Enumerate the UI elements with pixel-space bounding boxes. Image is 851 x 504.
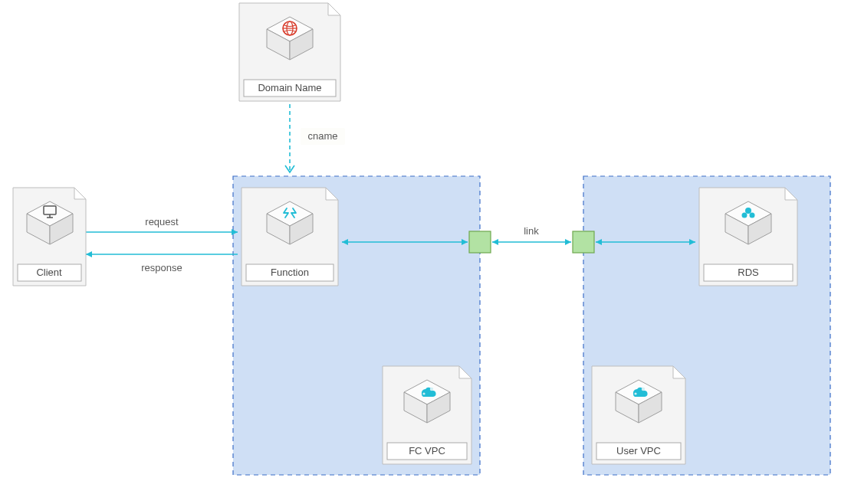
svg-marker-11: [492, 239, 498, 245]
node-label-fcvpc: FC VPC: [409, 445, 445, 457]
node-label-uservpc: User VPC: [616, 445, 661, 457]
svg-point-48: [745, 208, 751, 214]
node-label-rds: RDS: [738, 267, 759, 278]
edge-label-request: request: [145, 216, 179, 227]
node-label-domain: Domain Name: [258, 82, 321, 93]
edge-label-cname: cname: [307, 130, 337, 142]
edge-label-response: response: [141, 262, 182, 273]
architecture-diagram: cname request response link: [0, 0, 851, 504]
node-rds: RDS: [699, 188, 797, 286]
svg-point-42: [642, 388, 645, 391]
edge-label-link: link: [524, 225, 539, 237]
svg-point-49: [742, 213, 748, 218]
fc-vpc-gateway: [469, 231, 491, 253]
svg-marker-10: [565, 239, 571, 245]
user-vpc-gateway: [573, 231, 594, 253]
node-uservpc: User VPC: [592, 366, 685, 464]
svg-point-36: [430, 388, 433, 391]
node-client: Client: [13, 188, 86, 286]
edge-cname: cname: [285, 104, 345, 172]
node-domain: Domain Name: [239, 3, 340, 101]
node-fcvpc: FC VPC: [383, 366, 472, 464]
svg-point-37: [422, 392, 425, 394]
edge-request: request: [86, 216, 238, 235]
svg-point-43: [634, 392, 636, 394]
svg-marker-5: [86, 251, 92, 257]
node-function: Function: [242, 188, 338, 286]
edge-response: response: [86, 251, 238, 273]
edge-link: link: [492, 225, 571, 245]
svg-point-50: [750, 213, 755, 218]
node-label-function: Function: [271, 267, 309, 278]
node-label-client: Client: [36, 267, 62, 278]
